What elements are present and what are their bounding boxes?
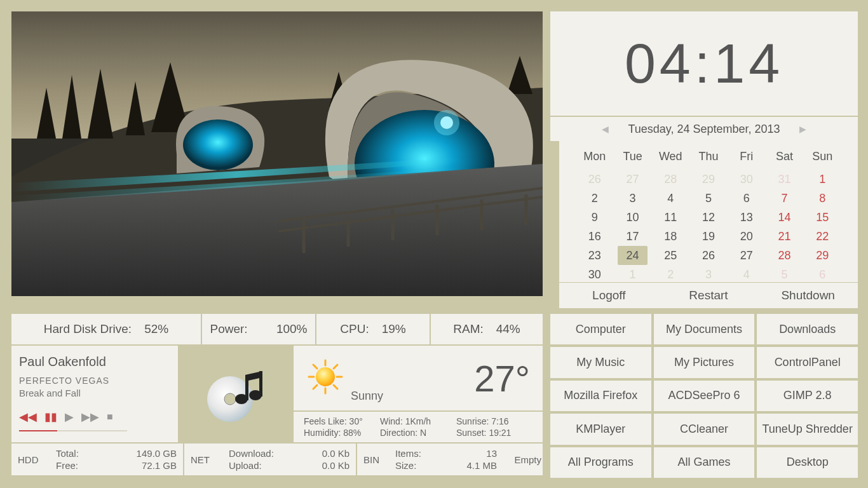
next-track-icon[interactable]: ▶▶ — [81, 410, 99, 424]
media-controls: ◀◀ ▮▮ ▶ ▶▶ ■ — [19, 410, 174, 424]
hdd-usage: Hard Disk Drive:52% — [11, 314, 202, 344]
cal-day[interactable]: 31 — [766, 170, 804, 189]
cal-day[interactable]: 1 — [803, 170, 841, 189]
weather-panel: Sunny 27° — [294, 346, 543, 410]
svg-line-25 — [313, 385, 317, 389]
date-text: Tuesday, 24 September, 2013 — [628, 123, 780, 136]
launcher-desktop[interactable]: Desktop — [757, 447, 858, 478]
calendar-panel: MonTueWedThuFriSatSun 262728293031123456… — [559, 141, 858, 282]
cal-day[interactable]: 26 — [576, 170, 614, 189]
sun-icon — [306, 358, 344, 398]
cal-day[interactable]: 29 — [803, 246, 841, 265]
cal-day[interactable]: 9 — [576, 208, 614, 227]
cal-day[interactable]: 20 — [728, 227, 766, 246]
cal-day[interactable]: 3 — [689, 265, 728, 284]
cal-day[interactable]: 10 — [614, 208, 652, 227]
cal-day[interactable]: 21 — [766, 227, 804, 246]
launcher-my-pictures[interactable]: My Pictures — [654, 347, 755, 377]
launcher-all-games[interactable]: All Games — [654, 447, 755, 478]
cal-day[interactable]: 7 — [766, 189, 804, 208]
wallpaper-image — [11, 11, 543, 296]
cal-day[interactable]: 15 — [803, 208, 841, 227]
cal-day[interactable]: 5 — [689, 189, 728, 208]
bin-panel: BIN Items:13 Empty Size:4.1 MB — [357, 444, 543, 475]
cal-day[interactable]: 25 — [651, 246, 689, 265]
cal-day[interactable]: 23 — [576, 246, 614, 265]
system-stats-bar: Hard Disk Drive:52% Power: 100% CPU:19% … — [11, 314, 543, 344]
stop-icon[interactable]: ■ — [107, 411, 113, 423]
launcher-controlpanel[interactable]: ControlPanel — [757, 347, 858, 377]
power-bar: Logoff Restart Shutdown — [559, 283, 858, 308]
cal-day[interactable]: 27 — [614, 170, 652, 189]
svg-point-26 — [316, 367, 335, 386]
cal-day[interactable]: 8 — [803, 189, 841, 208]
play-icon[interactable]: ▶ — [65, 410, 74, 424]
cal-day[interactable]: 26 — [689, 246, 728, 265]
logoff-button[interactable]: Logoff — [592, 288, 625, 302]
launcher-gimp-2-8[interactable]: GIMP 2.8 — [757, 381, 858, 411]
cal-day[interactable]: 18 — [651, 227, 689, 246]
cal-day[interactable]: 29 — [689, 170, 728, 189]
media-album: PERFECTO VEGAS — [19, 376, 174, 386]
album-art — [178, 346, 292, 442]
shutdown-button[interactable]: Shutdown — [781, 288, 835, 302]
launcher-downloads[interactable]: Downloads — [757, 314, 858, 344]
cal-header: Mon — [576, 150, 614, 163]
cal-day[interactable]: 28 — [651, 170, 689, 189]
launcher-kmplayer[interactable]: KMPlayer — [550, 414, 651, 444]
media-progress[interactable] — [19, 430, 127, 431]
cal-day[interactable]: 5 — [766, 265, 804, 284]
cal-day[interactable]: 30 — [728, 170, 766, 189]
cal-day[interactable]: 11 — [651, 208, 689, 227]
restart-button[interactable]: Restart — [689, 288, 728, 302]
svg-point-13 — [224, 393, 236, 405]
cal-day[interactable]: 24 — [618, 246, 648, 265]
prev-track-icon[interactable]: ◀◀ — [19, 410, 37, 424]
cpu-usage: CPU:19% — [316, 314, 431, 344]
cal-day[interactable]: 4 — [728, 265, 766, 284]
launcher-computer[interactable]: Computer — [550, 314, 651, 344]
cal-header: Wed — [651, 150, 689, 163]
cal-day[interactable]: 6 — [803, 265, 841, 284]
cal-day[interactable]: 16 — [576, 227, 614, 246]
launcher-tuneup-shredder[interactable]: TuneUp Shredder — [757, 414, 858, 444]
svg-line-23 — [334, 385, 337, 389]
net-panel: NET Download:0.0 Kb Upload:0.0 Kb — [184, 444, 356, 475]
media-track: Break and Fall — [19, 388, 174, 398]
launcher-my-documents[interactable]: My Documents — [654, 314, 755, 344]
launcher-ccleaner[interactable]: CCleaner — [654, 414, 755, 444]
media-artist: Paul Oakenfold — [19, 355, 174, 369]
cal-day[interactable]: 3 — [614, 189, 652, 208]
cal-day[interactable]: 12 — [689, 208, 728, 227]
svg-point-5 — [434, 110, 459, 135]
launcher-my-music[interactable]: My Music — [550, 347, 651, 377]
cal-day[interactable]: 28 — [766, 246, 804, 265]
next-day-arrow-icon[interactable]: ▶ — [799, 124, 806, 134]
cal-day[interactable]: 22 — [803, 227, 841, 246]
cal-day[interactable]: 6 — [728, 189, 766, 208]
cal-day[interactable]: 27 — [728, 246, 766, 265]
cal-header: Sun — [803, 150, 841, 163]
cal-day[interactable]: 4 — [651, 189, 689, 208]
weather-condition: Sunny — [351, 390, 383, 403]
weather-temp: 27° — [474, 357, 530, 400]
cal-day[interactable]: 2 — [576, 189, 614, 208]
launcher-all-programs[interactable]: All Programs — [550, 447, 651, 478]
launcher-grid: ComputerMy DocumentsDownloadsMy MusicMy … — [550, 314, 858, 478]
cal-header: Tue — [614, 150, 652, 163]
cal-day[interactable]: 17 — [614, 227, 652, 246]
cal-day[interactable]: 30 — [576, 265, 614, 284]
cal-day[interactable]: 13 — [728, 208, 766, 227]
cal-header: Sat — [766, 150, 804, 163]
cal-day[interactable]: 19 — [689, 227, 728, 246]
cal-header: Fri — [728, 150, 766, 163]
empty-bin-button[interactable]: Empty — [497, 454, 541, 465]
cal-day[interactable]: 2 — [651, 265, 689, 284]
pause-icon[interactable]: ▮▮ — [44, 410, 57, 424]
launcher-mozilla-firefox[interactable]: Mozilla Firefox — [550, 381, 651, 411]
cal-day[interactable]: 1 — [614, 265, 652, 284]
power-level: Power: 100% — [202, 314, 316, 344]
cal-day[interactable]: 14 — [766, 208, 804, 227]
prev-day-arrow-icon[interactable]: ◀ — [602, 124, 609, 134]
launcher-acdseepro-6[interactable]: ACDSeePro 6 — [654, 381, 755, 411]
